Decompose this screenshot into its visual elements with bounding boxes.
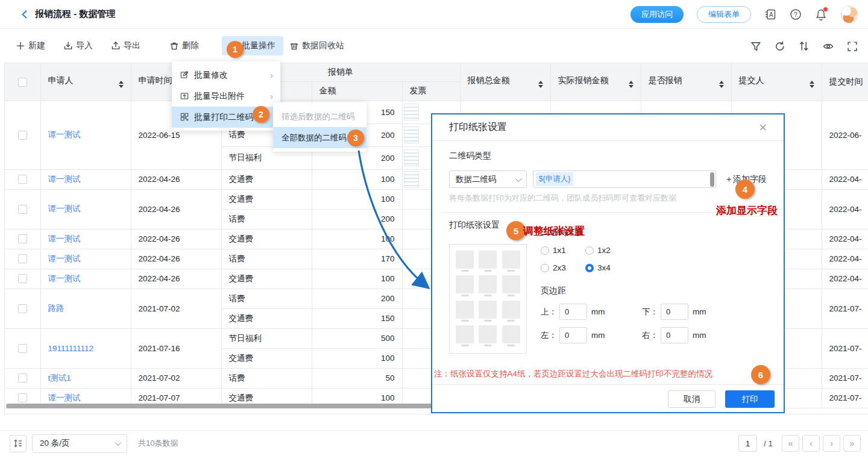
sort-icon[interactable]: [719, 81, 724, 88]
col-header-is-reimbursed[interactable]: 是否报销: [641, 63, 731, 101]
row-height-icon[interactable]: [10, 435, 27, 452]
record-link[interactable]: 谭一测试: [48, 254, 81, 263]
invoice-thumbnail[interactable]: [404, 104, 419, 120]
col-header-amount[interactable]: 金额: [312, 81, 402, 101]
refresh-icon[interactable]: [775, 41, 785, 51]
cancel-button[interactable]: 取消: [668, 390, 715, 408]
record-link[interactable]: 路路: [48, 304, 64, 313]
col-header-applicant[interactable]: 申请人: [40, 63, 131, 101]
row-checkbox[interactable]: [18, 274, 27, 283]
margin-input[interactable]: [661, 304, 688, 320]
row-checkbox[interactable]: [18, 373, 27, 383]
next-page-button[interactable]: ›: [823, 435, 840, 452]
category-cell: 交通费: [221, 308, 312, 328]
menu-item-1[interactable]: 批量修改›: [172, 64, 280, 86]
row-checkbox[interactable]: [18, 131, 27, 140]
toolbar-item-1[interactable]: 新建: [11, 36, 51, 55]
input-scrollbar[interactable]: [710, 172, 714, 187]
refresh-icon: [775, 41, 785, 51]
layout-radio-1x2[interactable]: 1x2: [585, 246, 630, 255]
record-link[interactable]: 谭一测试: [48, 234, 81, 243]
margin-input[interactable]: [559, 327, 587, 343]
category-cell: 话费: [221, 289, 312, 308]
edit-form-button[interactable]: 编辑表单: [697, 6, 751, 23]
app-access-button[interactable]: 应用访问: [631, 6, 684, 23]
chevron-right-icon: ›: [270, 70, 273, 80]
sort-icon[interactable]: [799, 41, 809, 51]
notification-icon[interactable]: [815, 8, 827, 20]
prev-page-button[interactable]: ‹: [802, 435, 820, 452]
select-all-checkbox[interactable]: [18, 78, 27, 87]
filter-icon[interactable]: [750, 41, 761, 51]
first-page-button[interactable]: «: [782, 435, 799, 452]
row-checkbox[interactable]: [18, 254, 27, 263]
plus-icon: [16, 42, 25, 51]
col-header-submitter[interactable]: 提交人: [731, 63, 822, 101]
edit-icon: [180, 70, 189, 80]
qr-type-select[interactable]: 数据二维码: [449, 170, 527, 188]
row-checkbox[interactable]: [18, 175, 27, 184]
select-all-checkbox-cell: [5, 63, 40, 101]
row-checkbox[interactable]: [18, 393, 27, 402]
record-link[interactable]: t测试1: [48, 373, 71, 383]
row-checkbox[interactable]: [18, 304, 27, 313]
col-header-actual-amount[interactable]: 实际报销金额: [550, 63, 641, 101]
qr-field-input[interactable]: ${申请人}: [533, 170, 716, 188]
margin-label: 页边距: [541, 286, 743, 296]
margin-input[interactable]: [661, 327, 688, 343]
qr-placeholder: xxxxx: [502, 275, 520, 299]
record-link[interactable]: 谭一测试: [48, 204, 81, 213]
print-button[interactable]: 打印: [725, 390, 775, 408]
sort-icon[interactable]: [810, 81, 814, 88]
back-icon[interactable]: [20, 10, 29, 19]
close-icon[interactable]: ×: [759, 121, 767, 134]
sort-icon[interactable]: [119, 81, 124, 88]
toolbar-item-6[interactable]: 数据回收站: [285, 36, 350, 55]
amount-cell: 500: [312, 328, 402, 348]
page-input[interactable]: [738, 435, 757, 452]
category-cell: 话费: [221, 209, 312, 229]
col-header-invoice[interactable]: 发票: [402, 81, 460, 101]
row-checkbox[interactable]: [18, 344, 27, 353]
toolbar-item-4[interactable]: 删除: [165, 36, 204, 55]
record-link[interactable]: 谭一测试: [48, 274, 81, 283]
toolbar-item-2[interactable]: 导入: [58, 36, 98, 55]
layout-radio-1x1[interactable]: 1x1: [541, 246, 585, 255]
qr-placeholder: xxxxx: [456, 249, 474, 273]
row-checkbox[interactable]: [18, 205, 27, 214]
submit-time-cell: 2022-04-: [822, 229, 868, 249]
category-cell: 交通费: [221, 348, 312, 368]
avatar[interactable]: [840, 5, 858, 23]
margin-input[interactable]: [559, 304, 587, 320]
category-cell: 话费: [221, 249, 312, 269]
layout-radio-2x3[interactable]: 2x3: [541, 263, 585, 272]
sort-icon[interactable]: [629, 81, 634, 88]
qr-placeholder: xxxxx: [479, 325, 497, 349]
record-link[interactable]: 19111111112: [48, 344, 94, 353]
record-link[interactable]: 谭一测试: [48, 175, 81, 184]
fullscreen-icon: [847, 41, 857, 51]
directory-icon[interactable]: A: [764, 8, 776, 20]
fullscreen-icon[interactable]: [847, 41, 857, 51]
layout-radio-3x4[interactable]: 3x4: [585, 263, 630, 272]
step-badge-6: 6: [751, 365, 770, 384]
sort-icon[interactable]: [538, 81, 543, 88]
invoice-thumbnail[interactable]: [404, 126, 419, 143]
last-page-button[interactable]: »: [843, 435, 861, 452]
qr-placeholder: xxxxx: [479, 275, 497, 299]
chevron-down-icon: [115, 440, 121, 446]
menu-item-2[interactable]: 批量导出附件›: [172, 86, 280, 107]
qr-placeholder: xxxxx: [502, 299, 520, 323]
row-checkbox[interactable]: [18, 234, 27, 243]
help-icon[interactable]: ?: [790, 8, 802, 20]
radio-icon: [541, 264, 549, 272]
page-size-select[interactable]: 20 条/页: [32, 434, 127, 453]
submenu-item-1[interactable]: 筛选后数据的二维码: [273, 106, 366, 127]
col-header-total-amount[interactable]: 报销总金额: [460, 63, 550, 101]
app-window: 报销流程 - 数据管理 应用访问 编辑表单 A ?: [0, 0, 868, 456]
eye-icon[interactable]: [823, 41, 833, 51]
toolbar-item-3[interactable]: 导出: [106, 36, 146, 55]
record-link[interactable]: 谭一测试: [48, 130, 81, 139]
col-header-submit-time[interactable]: 提交时间: [822, 63, 868, 101]
record-link[interactable]: 谭一测试: [48, 393, 81, 402]
